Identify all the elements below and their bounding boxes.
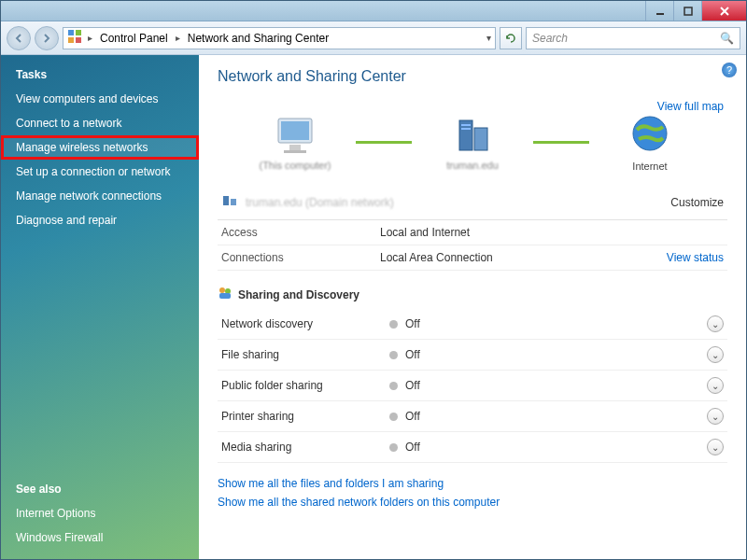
expand-button[interactable]: ⌄ — [707, 377, 724, 394]
toolbar: ▸ Control Panel ▸ Network and Sharing Ce… — [1, 21, 746, 55]
map-node-2-label: truman.edu — [446, 160, 499, 171]
network-icon — [221, 192, 238, 212]
expand-button[interactable]: ⌄ — [707, 408, 724, 425]
window: ▸ Control Panel ▸ Network and Sharing Ce… — [0, 0, 747, 560]
share-val: Off — [405, 317, 707, 330]
computer-icon — [273, 115, 317, 156]
task-manage-connections[interactable]: Manage network connections — [1, 184, 199, 208]
bottom-links: Show me all the files and folders I am s… — [218, 474, 727, 511]
row-key: Access — [221, 226, 380, 239]
share-key: Media sharing — [221, 441, 389, 454]
titlebar — [1, 1, 746, 21]
svg-rect-1 — [684, 7, 692, 15]
sharing-header-text: Sharing and Discovery — [238, 288, 359, 301]
map-node-internet: Internet — [599, 113, 701, 172]
customize-link[interactable]: Customize — [670, 196, 724, 209]
sharing-row: Printer sharingOff⌄ — [218, 401, 727, 432]
content-pane: ? Network and Sharing Center View full m… — [199, 55, 746, 559]
see-also-internet-options[interactable]: Internet Options — [1, 501, 199, 525]
body: Tasks View computers and devices Connect… — [1, 55, 746, 559]
svg-rect-12 — [461, 124, 471, 126]
task-manage-wireless[interactable]: Manage wireless networks — [1, 135, 199, 160]
view-status-link[interactable]: View status — [667, 251, 724, 264]
connection-line — [356, 141, 412, 144]
task-connect-network[interactable]: Connect to a network — [1, 111, 199, 135]
breadcrumb-seg-2[interactable]: Network and Sharing Center — [186, 32, 331, 45]
status-dot-icon — [389, 413, 398, 421]
share-val: Off — [405, 441, 707, 454]
expand-button[interactable]: ⌄ — [707, 439, 724, 455]
close-button[interactable] — [701, 1, 746, 21]
control-panel-icon — [67, 29, 82, 48]
sharing-header: Sharing and Discovery — [218, 286, 727, 303]
row-value: Local and Internet — [380, 226, 724, 239]
sharing-row: Public folder sharingOff⌄ — [218, 371, 727, 401]
sidebar: Tasks View computers and devices Connect… — [1, 55, 199, 559]
globe-icon — [629, 113, 670, 157]
link-show-folders[interactable]: Show me all the shared network folders o… — [218, 493, 727, 511]
svg-rect-5 — [76, 37, 81, 43]
status-dot-icon — [389, 351, 398, 359]
search-input[interactable]: Search 🔍 — [526, 27, 740, 49]
status-row-connections: Connections Local Area Connection View s… — [218, 245, 727, 271]
svg-rect-11 — [474, 128, 487, 150]
svg-point-18 — [219, 287, 225, 293]
svg-rect-17 — [231, 199, 236, 205]
map-node-server: truman.edu — [421, 115, 524, 171]
see-also-header: See also — [1, 483, 199, 501]
row-key: Connections — [221, 251, 380, 264]
status-dot-icon — [389, 382, 398, 390]
expand-button[interactable]: ⌄ — [707, 315, 724, 332]
share-val: Off — [405, 410, 707, 423]
task-setup-connection[interactable]: Set up a connection or network — [1, 160, 199, 184]
address-bar[interactable]: ▸ Control Panel ▸ Network and Sharing Ce… — [63, 27, 496, 49]
forward-button[interactable] — [35, 26, 59, 50]
search-placeholder: Search — [532, 32, 568, 45]
map-node-1-label: (This computer) — [259, 160, 331, 171]
svg-rect-4 — [68, 37, 74, 43]
map-node-computer: (This computer) — [244, 115, 346, 171]
link-show-files[interactable]: Show me all the files and folders I am s… — [218, 474, 727, 493]
task-view-computers[interactable]: View computers and devices — [1, 87, 199, 111]
tasks-header: Tasks — [1, 68, 199, 87]
share-key: File sharing — [221, 348, 389, 361]
svg-rect-2 — [68, 30, 74, 35]
share-val: Off — [405, 348, 707, 361]
map-node-3-label: Internet — [632, 161, 667, 172]
search-icon: 🔍 — [720, 32, 734, 45]
chevron-down-icon[interactable]: ▾ — [486, 33, 491, 43]
svg-rect-3 — [76, 30, 81, 35]
chevron-right-icon: ▸ — [176, 33, 180, 43]
connection-line — [533, 141, 589, 144]
status-row-access: Access Local and Internet — [218, 220, 727, 245]
network-name: truman.edu (Domain network) — [246, 196, 394, 209]
svg-rect-13 — [461, 128, 471, 130]
help-icon[interactable]: ? — [722, 63, 737, 77]
svg-rect-20 — [219, 293, 231, 299]
view-full-map-link[interactable]: View full map — [657, 100, 724, 113]
sharing-row: Media sharingOff⌄ — [218, 432, 727, 463]
maximize-button[interactable] — [673, 1, 701, 21]
network-map: (This computer) truman.edu Internet — [218, 113, 727, 172]
share-key: Network discovery — [221, 317, 389, 330]
people-icon — [218, 286, 233, 303]
status-panel: Access Local and Internet Connections Lo… — [218, 219, 727, 271]
svg-rect-16 — [223, 196, 229, 205]
see-also-firewall[interactable]: Windows Firewall — [1, 525, 199, 550]
share-key: Printer sharing — [221, 410, 389, 423]
refresh-button[interactable] — [500, 27, 522, 49]
sharing-section: Sharing and Discovery Network discoveryO… — [218, 286, 727, 463]
status-dot-icon — [389, 320, 398, 329]
expand-button[interactable]: ⌄ — [707, 346, 724, 363]
svg-rect-9 — [284, 150, 306, 153]
status-dot-icon — [389, 443, 398, 452]
back-button[interactable] — [7, 26, 31, 50]
task-diagnose-repair[interactable]: Diagnose and repair — [1, 208, 199, 232]
breadcrumb-seg-1[interactable]: Control Panel — [98, 32, 170, 45]
row-value: Local Area Connection — [380, 251, 667, 264]
svg-rect-7 — [281, 121, 309, 140]
svg-rect-8 — [289, 145, 301, 150]
network-header-row: truman.edu (Domain network) Customize — [218, 189, 727, 219]
share-key: Public folder sharing — [221, 379, 389, 392]
minimize-button[interactable] — [645, 1, 673, 21]
